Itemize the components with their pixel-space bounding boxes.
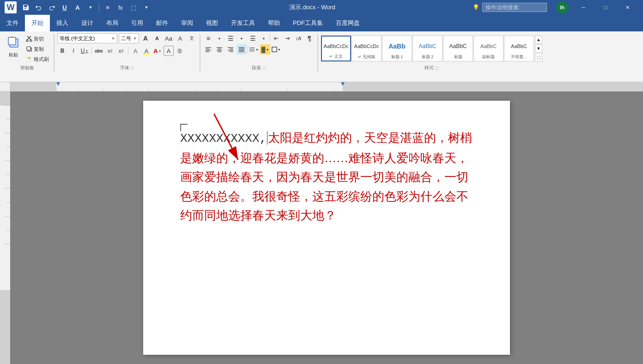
underline-btn[interactable]: U ▼ bbox=[79, 46, 90, 56]
copy-button[interactable]: 复制 bbox=[24, 44, 51, 54]
cut-button[interactable]: 剪切 bbox=[24, 34, 51, 43]
share-btn[interactable]: ⬚ bbox=[128, 2, 139, 13]
superscript-btn[interactable]: x2 bbox=[116, 46, 126, 56]
svg-line-6 bbox=[27, 36, 31, 40]
phonetic2-btn[interactable]: ⑤ bbox=[175, 46, 185, 56]
window-controls: ─ □ ✕ bbox=[573, 0, 638, 15]
style-heading1[interactable]: AaBb 标题 1 bbox=[382, 36, 412, 61]
borders-btn[interactable]: ▼ bbox=[271, 44, 281, 55]
increase-indent-btn[interactable]: ⇥ bbox=[282, 33, 292, 43]
decrease-indent-btn[interactable]: ⇤ bbox=[271, 33, 281, 43]
dropdown-more-btn[interactable]: fx bbox=[115, 2, 126, 13]
menu-mail[interactable]: 邮件 bbox=[150, 15, 175, 31]
subscript-btn[interactable]: x2 bbox=[105, 46, 115, 56]
svg-rect-1 bbox=[8, 37, 16, 45]
menu-references[interactable]: 引用 bbox=[125, 15, 150, 31]
menu-developer[interactable]: 开发工具 bbox=[224, 15, 261, 31]
bullets-btn[interactable]: ≡ bbox=[203, 33, 213, 43]
menu-baiduyun[interactable]: 百度网盘 bbox=[329, 15, 366, 31]
customize2-btn[interactable]: ▼ bbox=[141, 2, 152, 13]
styles-scroll-up-btn[interactable]: ▲ bbox=[535, 36, 542, 44]
menu-file[interactable]: 文件 bbox=[0, 15, 25, 31]
style-title-label: 标题 bbox=[454, 54, 462, 60]
font-expander-icon[interactable]: ⬚ bbox=[130, 66, 134, 70]
menu-view[interactable]: 视图 bbox=[200, 15, 224, 31]
svg-rect-31 bbox=[56, 82, 343, 91]
style-title[interactable]: AaBbC 标题 bbox=[443, 36, 473, 61]
borders-dropdown-icon: ▼ bbox=[278, 48, 281, 51]
help-search-input[interactable] bbox=[482, 3, 547, 12]
save-button[interactable] bbox=[20, 2, 31, 13]
help-search-area: 💡 bbox=[473, 3, 547, 12]
change-case-btn[interactable]: Aa bbox=[164, 33, 174, 43]
style-subtitle[interactable]: AaBbC 副标题 bbox=[473, 36, 503, 61]
menu-home[interactable]: 开始 bbox=[25, 15, 50, 31]
text-effects-btn[interactable]: A bbox=[130, 46, 140, 56]
strikethrough-btn[interactable]: abc bbox=[94, 46, 104, 56]
multilevel-btn[interactable]: ☰ bbox=[248, 33, 258, 43]
menu-help[interactable]: 帮助 bbox=[261, 15, 286, 31]
text-cursor bbox=[267, 131, 267, 145]
menu-design[interactable]: 设计 bbox=[75, 15, 100, 31]
menu-insert[interactable]: 插入 bbox=[50, 15, 75, 31]
close-button[interactable]: ✕ bbox=[617, 0, 638, 15]
style-notvisible[interactable]: AaBbC 不明显… bbox=[504, 36, 534, 61]
sort-btn[interactable]: ↕A bbox=[293, 33, 303, 43]
document-page[interactable]: XXXXXXXXXXX,太阳是红灼灼的，天空是湛蓝的，树梢是嫩绿的，迎春花是娇黄… bbox=[143, 101, 510, 355]
phonetic-btn[interactable]: 文 bbox=[187, 33, 197, 43]
document-content[interactable]: XXXXXXXXXXX,太阳是红灼灼的，天空是湛蓝的，树梢是嫩绿的，迎春花是娇黄… bbox=[180, 128, 473, 225]
menu-bar: 文件 开始 插入 设计 布局 引用 邮件 审阅 视图 开发工具 帮助 PDF工具… bbox=[0, 15, 643, 31]
multilevel-dropdown-btn[interactable]: ▼ bbox=[259, 33, 269, 43]
maximize-button[interactable]: □ bbox=[595, 0, 616, 15]
show-hide-btn[interactable]: ¶ bbox=[304, 33, 315, 43]
clear-format-btn[interactable]: A bbox=[175, 33, 185, 43]
more-commands-btn[interactable]: ≡ bbox=[102, 2, 113, 13]
document-title: 演示.docx - Word bbox=[289, 3, 335, 12]
decrease-font-btn[interactable]: A bbox=[152, 33, 162, 43]
numbering-dropdown-btn[interactable]: ▼ bbox=[237, 33, 247, 43]
highlight-btn[interactable]: A bbox=[141, 46, 152, 56]
align-right-btn[interactable] bbox=[225, 44, 236, 55]
style-heading1-label: 标题 1 bbox=[391, 54, 403, 60]
menu-layout[interactable]: 布局 bbox=[100, 15, 125, 31]
paste-label: 粘贴 bbox=[9, 52, 18, 58]
customize-quick-btn[interactable]: ▼ bbox=[85, 2, 96, 13]
undo-button[interactable] bbox=[33, 2, 44, 13]
style-normal[interactable]: AaBbCcDc ↵ 正文 bbox=[321, 36, 351, 61]
format-paint-button[interactable]: 格式刷 bbox=[24, 55, 51, 64]
bullets-dropdown-btn[interactable]: ▼ bbox=[214, 33, 224, 43]
underline-quick-btn[interactable]: U bbox=[59, 2, 70, 13]
paragraph-expander-icon[interactable]: ⬚ bbox=[262, 66, 266, 70]
styles-expander-icon[interactable]: ⬚ bbox=[435, 66, 439, 70]
font-color-quick-btn[interactable]: A bbox=[72, 2, 83, 13]
word-logo: W bbox=[5, 1, 17, 13]
menu-pdftoolbox[interactable]: PDF工具集 bbox=[286, 15, 329, 31]
minimize-button[interactable]: ─ bbox=[573, 0, 594, 15]
paste-button[interactable]: 粘贴 bbox=[4, 33, 23, 60]
line-spacing-btn[interactable]: ▼ bbox=[249, 44, 259, 55]
align-left-btn[interactable] bbox=[203, 44, 213, 55]
styles-scroll-down-btn[interactable]: ▼ bbox=[535, 44, 542, 53]
menu-review[interactable]: 审阅 bbox=[175, 15, 200, 31]
cut-label: 剪切 bbox=[34, 36, 44, 42]
shading-btn[interactable]: ▓ ▼ bbox=[260, 44, 270, 55]
numbering-btn[interactable]: ☰ bbox=[225, 33, 236, 43]
styles-expand-btn[interactable]: ⬚ bbox=[535, 53, 542, 61]
clipboard-label: 剪贴板 bbox=[4, 64, 51, 72]
justify-btn[interactable] bbox=[237, 44, 247, 55]
redo-button[interactable] bbox=[46, 2, 57, 13]
align-center-btn[interactable] bbox=[214, 44, 224, 55]
font-name-selector[interactable]: 等线 (中文正文) ▼ bbox=[57, 33, 117, 43]
style-heading2[interactable]: AaBbC 标题 2 bbox=[412, 36, 443, 61]
font-color-btn[interactable]: A ▼ bbox=[152, 46, 163, 56]
bold-btn[interactable]: B bbox=[57, 46, 67, 56]
italic-btn[interactable]: I bbox=[68, 46, 79, 56]
style-nospace[interactable]: AaBbCcDc ↵ 无间隔 bbox=[352, 36, 382, 61]
document-area[interactable]: XXXXXXXXXXX,太阳是红灼灼的，天空是湛蓝的，树梢是嫩绿的，迎春花是娇黄… bbox=[10, 91, 643, 364]
svg-rect-29 bbox=[272, 47, 277, 52]
increase-font-btn[interactable]: A bbox=[140, 33, 151, 43]
style-heading2-label: 标题 2 bbox=[422, 54, 434, 60]
font-size-selector[interactable]: 二号 ▼ bbox=[119, 33, 139, 43]
font-name-dropdown-icon: ▼ bbox=[111, 36, 115, 41]
text-border-btn[interactable]: A bbox=[164, 46, 174, 56]
